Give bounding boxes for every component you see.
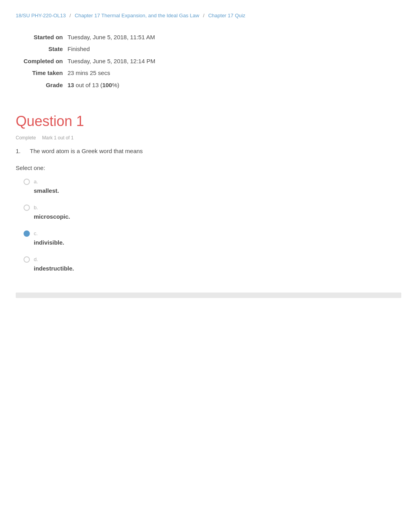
radio-a xyxy=(24,179,30,185)
quiz-info-label-started: Started on xyxy=(24,31,68,44)
option-letter-1: b. xyxy=(34,204,70,212)
answer-option-b[interactable]: b.microscopic. xyxy=(24,204,401,221)
quiz-info-value-completed: Tuesday, June 5, 2018, 12:14 PM xyxy=(68,55,155,68)
quiz-info-row-completed: Completed on Tuesday, June 5, 2018, 12:1… xyxy=(24,55,155,68)
option-text-0: smallest. xyxy=(34,186,59,196)
quiz-info-value-state: Finished xyxy=(68,43,155,55)
select-one-label: Select one: xyxy=(16,164,401,173)
option-letter-2: c. xyxy=(34,230,64,238)
option-letter-3: d. xyxy=(34,256,74,263)
option-text-2: indivisible. xyxy=(34,238,64,247)
quiz-info-label-state: State xyxy=(24,43,68,55)
radio-c xyxy=(24,230,30,237)
breadcrumb-separator-2: / xyxy=(203,13,205,18)
quiz-info-value-grade: 13 out of 13 (100%) xyxy=(68,79,155,91)
quiz-info-label-completed: Completed on xyxy=(24,55,68,68)
quiz-info-row-state: State Finished xyxy=(24,43,155,55)
page-wrapper: 18/SU PHY-220-OL13 / Chapter 17 Thermal … xyxy=(0,0,417,322)
grade-value: 13 xyxy=(68,82,74,88)
breadcrumb-link-chapter[interactable]: Chapter 17 Thermal Expansion, and the Id… xyxy=(75,13,199,18)
answer-options-list: a.smallest.b.microscopic.c.indivisible.d… xyxy=(24,178,401,273)
question-number: 1. xyxy=(16,147,26,156)
quiz-info-label-grade: Grade xyxy=(24,79,68,91)
answer-option-a[interactable]: a.smallest. xyxy=(24,178,401,195)
option-text-1: microscopic. xyxy=(34,212,70,221)
question-mark: Mark 1 out of 1 xyxy=(42,134,73,141)
quiz-info-row-grade: Grade 13 out of 13 (100%) xyxy=(24,79,155,91)
question-number-row: 1. The word atom is a Greek word that me… xyxy=(16,147,401,156)
question-text: The word atom is a Greek word that means xyxy=(30,147,143,156)
quiz-info-table: Started on Tuesday, June 5, 2018, 11:51 … xyxy=(24,31,155,91)
question-section: Question 1 Complete Mark 1 out of 1 1. T… xyxy=(16,111,401,273)
breadcrumb: 18/SU PHY-220-OL13 / Chapter 17 Thermal … xyxy=(16,8,401,20)
quiz-info-value-started: Tuesday, June 5, 2018, 11:51 AM xyxy=(68,31,155,44)
quiz-info-value-time: 23 mins 25 secs xyxy=(68,67,155,79)
answer-option-c[interactable]: c.indivisible. xyxy=(24,230,401,247)
breadcrumb-link-quiz[interactable]: Chapter 17 Quiz xyxy=(208,13,245,18)
breadcrumb-link-course[interactable]: 18/SU PHY-220-OL13 xyxy=(16,13,66,18)
quiz-info-row-started: Started on Tuesday, June 5, 2018, 11:51 … xyxy=(24,31,155,44)
quiz-info: Started on Tuesday, June 5, 2018, 11:51 … xyxy=(16,31,401,91)
question-meta: Complete Mark 1 out of 1 xyxy=(16,134,401,141)
radio-d xyxy=(24,256,30,263)
question-title: Question 1 xyxy=(16,111,401,132)
option-letter-0: a. xyxy=(34,178,59,186)
quiz-info-row-time: Time taken 23 mins 25 secs xyxy=(24,67,155,79)
breadcrumb-separator-1: / xyxy=(70,13,71,18)
grade-percent: 100 xyxy=(102,82,112,88)
option-text-3: indestructible. xyxy=(34,264,74,273)
quiz-info-label-time: Time taken xyxy=(24,67,68,79)
question-status: Complete xyxy=(16,134,36,141)
answer-option-d[interactable]: d.indestructible. xyxy=(24,256,401,273)
bottom-bar xyxy=(16,293,401,298)
radio-b xyxy=(24,205,30,211)
